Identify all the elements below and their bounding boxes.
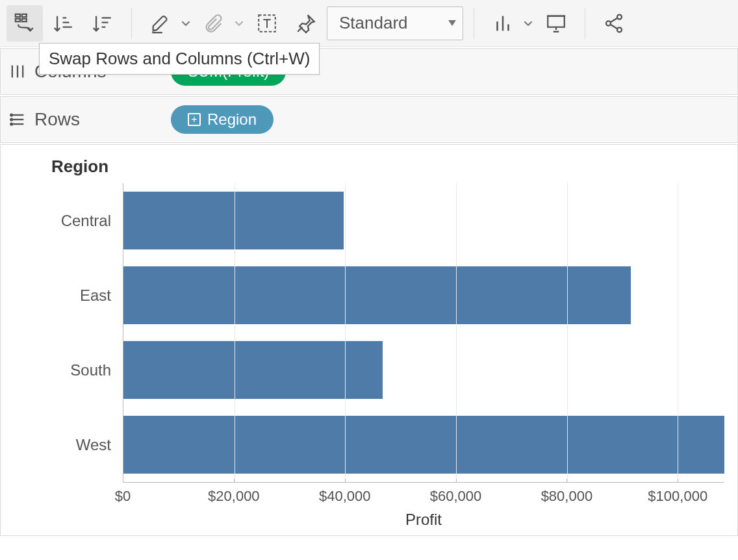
rows-icon (8, 110, 27, 129)
swap-icon (14, 12, 36, 34)
pill-text: Region (207, 110, 257, 129)
y-axis-labels: CentralEastSouthWest (14, 183, 123, 482)
sort-ascending-button[interactable] (45, 5, 82, 42)
bar[interactable] (123, 266, 631, 325)
bar-chart-icon (492, 12, 514, 34)
y-axis-label: South (14, 333, 123, 407)
toolbar-separator (131, 8, 132, 39)
text-label-button[interactable] (249, 5, 285, 42)
x-axis-tick-label: $100,000 (648, 488, 707, 505)
bar[interactable] (123, 416, 724, 474)
gridline (678, 183, 678, 482)
x-axis: $0$20,000$40,000$60,000$80,000$100,000 (123, 482, 724, 508)
fit-mode-select[interactable]: Standard (327, 6, 463, 40)
svg-rect-3 (22, 18, 27, 21)
swap-rows-columns-button[interactable] (6, 5, 43, 42)
columns-icon (8, 62, 27, 81)
highlighter-icon (149, 12, 172, 34)
sort-descending-button[interactable] (84, 5, 121, 42)
pin-button[interactable] (288, 5, 324, 42)
chart-area: Region CentralEastSouthWest $0$20,000$40… (0, 144, 738, 536)
gridline (345, 183, 346, 482)
expand-icon: + (188, 113, 201, 126)
svg-rect-1 (16, 18, 20, 21)
presentation-button[interactable] (538, 5, 574, 42)
x-axis-tick-label: $0 (115, 488, 131, 505)
chevron-down-icon (524, 19, 533, 28)
rows-shelf-label: Rows (34, 109, 171, 130)
x-axis-tick-label: $80,000 (541, 488, 593, 505)
x-axis-tick-label: $40,000 (319, 488, 371, 505)
presentation-icon (545, 12, 567, 34)
bar[interactable] (123, 192, 344, 250)
rows-shelf[interactable]: Rows + Region (0, 96, 738, 143)
bar-row (123, 333, 724, 407)
attach-button[interactable] (196, 5, 232, 42)
bar-row (123, 183, 724, 258)
text-icon (256, 12, 278, 34)
chevron-down-icon (448, 20, 456, 26)
bar-row (123, 407, 724, 482)
tooltip: Swap Rows and Columns (Ctrl+W) (39, 43, 320, 75)
x-axis-title: Profit (123, 511, 724, 529)
plot-area[interactable] (123, 183, 724, 482)
x-axis-tick-label: $60,000 (430, 488, 482, 505)
y-axis-label: East (14, 258, 123, 333)
gridline (235, 183, 235, 482)
x-axis-tick-label: $20,000 (208, 488, 260, 505)
rows-pill[interactable]: + Region (171, 105, 274, 134)
share-icon (603, 12, 625, 34)
share-button[interactable] (596, 5, 632, 42)
y-axis-label: Central (14, 183, 123, 258)
chevron-down-icon (235, 19, 244, 28)
bar-row (123, 258, 724, 333)
svg-line-19 (610, 18, 617, 22)
toolbar-separator (585, 8, 585, 39)
chevron-down-icon (181, 19, 190, 28)
gridline (456, 183, 457, 482)
bar[interactable] (123, 341, 383, 400)
highlight-dropdown[interactable] (179, 19, 193, 28)
toolbar: Standard Swap Rows and Columns (Ctrl+W) (0, 0, 738, 47)
svg-rect-0 (16, 14, 20, 16)
paperclip-icon (203, 12, 225, 34)
fit-mode-label: Standard (339, 13, 408, 33)
highlight-button[interactable] (142, 5, 179, 42)
gridline (567, 183, 568, 482)
pin-icon (295, 12, 317, 34)
sort-desc-icon (92, 12, 114, 34)
show-me-dropdown[interactable] (521, 19, 535, 28)
svg-point-27 (10, 114, 12, 116)
svg-line-20 (610, 24, 617, 29)
toolbar-separator (474, 8, 474, 39)
svg-rect-15 (548, 16, 565, 27)
svg-point-29 (10, 123, 12, 125)
show-me-button[interactable] (485, 5, 521, 42)
svg-point-28 (10, 119, 12, 121)
svg-rect-2 (22, 14, 27, 16)
y-axis-label: West (14, 407, 123, 482)
chart-row-header: Region (51, 157, 724, 177)
sort-asc-icon (53, 12, 75, 34)
attach-dropdown[interactable] (232, 19, 246, 28)
